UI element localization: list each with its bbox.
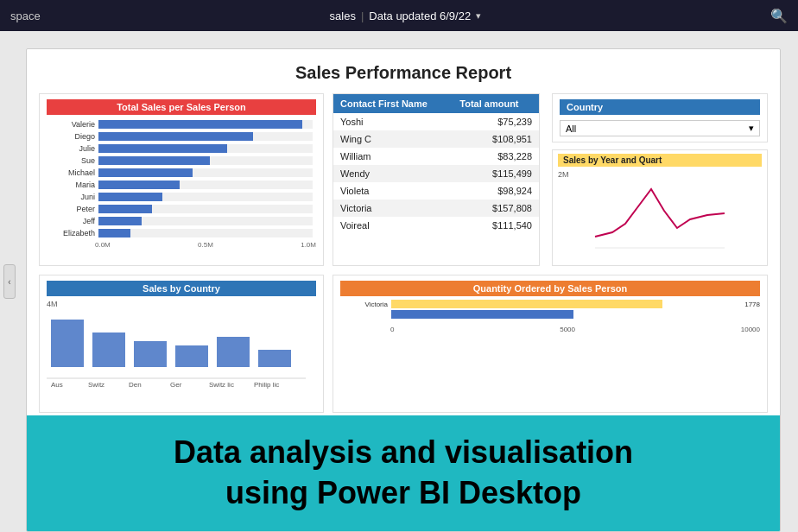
chevron-down-icon: ▾ — [749, 123, 754, 134]
bar-inner — [98, 205, 152, 213]
overlay-line1: Data analysis and visualisation — [174, 434, 633, 470]
table-col-amount: Total amount — [453, 94, 539, 113]
topbar-data-updated: Data updated 6/9/22 — [369, 10, 471, 22]
bar-outer — [98, 217, 313, 225]
report-body: Total Sales per Sales Person Valerie Die… — [39, 93, 768, 413]
contact-amount: $75,239 — [453, 113, 539, 130]
bar-row: Valerie — [50, 120, 313, 129]
qty-axis: 0 5000 10000 — [340, 326, 760, 333]
qty-label: Victoria — [340, 301, 388, 308]
svg-rect-6 — [258, 350, 291, 367]
contact-amount: $98,924 — [453, 182, 539, 200]
axis-label: 10000 — [741, 326, 760, 333]
axis-label: 1.0M — [301, 241, 316, 249]
axis-label: 0.0M — [95, 241, 111, 249]
contact-name: Violeta — [333, 182, 453, 200]
bar-inner — [98, 120, 302, 129]
search-icon[interactable]: 🔍 — [770, 8, 788, 24]
table-row: Victoria $157,808 — [333, 200, 539, 217]
sales-country-chart: Aus Switz Den Ger Switz lic Philip lic — [47, 311, 306, 389]
qty-bar-inner — [391, 300, 662, 308]
bar-label: Peter — [50, 205, 95, 213]
table-row: Wendy $115,499 — [333, 165, 539, 182]
bar-row: Juni — [50, 193, 313, 201]
country-filter: Country All ▾ — [552, 93, 768, 142]
sales-country-value: 4M — [47, 300, 316, 308]
svg-text:Den: Den — [129, 381, 142, 389]
country-dropdown[interactable]: All ▾ — [560, 120, 760, 136]
bar-label: Diego — [50, 132, 95, 141]
line-chart-title: Sales by Year and Quart — [558, 154, 762, 167]
svg-text:Philip lic: Philip lic — [254, 381, 279, 389]
bar-outer — [98, 120, 313, 129]
bar-label: Elizabeth — [50, 229, 95, 238]
bar-chart-section: Total Sales per Sales Person Valerie Die… — [39, 93, 324, 266]
table-row: Violeta $98,924 — [333, 182, 539, 200]
svg-rect-2 — [92, 332, 125, 367]
bar-label: Maria — [50, 180, 95, 189]
table-row: Voireal $111,540 — [333, 217, 539, 234]
bar-outer — [98, 168, 313, 177]
bar-chart-body: Valerie Diego Julie Sue — [47, 120, 316, 238]
axis-label: 5000 — [560, 326, 575, 333]
quantity-section: Quantity Ordered by Sales Person Victori… — [332, 275, 768, 413]
bar-outer — [98, 193, 313, 201]
contact-amount: $108,951 — [453, 130, 539, 148]
bar-row: Michael — [50, 168, 313, 177]
contact-name: Victoria — [333, 200, 453, 217]
topbar-separator: | — [361, 10, 364, 22]
contact-name: Wing C — [333, 130, 453, 148]
bar-inner — [98, 229, 130, 238]
bar-inner — [98, 180, 180, 189]
bar-row: Maria — [50, 180, 313, 189]
bar-inner — [98, 156, 210, 165]
sales-by-country-title: Sales by Country — [47, 281, 316, 296]
topbar-workspace: space — [10, 10, 41, 22]
contact-amount: $111,540 — [453, 217, 539, 234]
right-panel: Country All ▾ Sales by Year and Quart 2M — [548, 93, 768, 266]
table-header-row: Contact First Name Total amount — [333, 94, 539, 113]
bar-row: Diego — [50, 132, 313, 141]
svg-text:Aus: Aus — [51, 381, 63, 389]
bar-row: Jeff — [50, 217, 313, 225]
line-chart-ylabel: 2M — [558, 170, 762, 179]
svg-rect-4 — [175, 345, 208, 367]
line-chart-section: Sales by Year and Quart 2M — [552, 149, 768, 266]
qty-bar-inner — [391, 310, 573, 319]
bar-inner — [98, 168, 193, 177]
svg-text:Switz: Switz — [88, 381, 104, 389]
bar-row: Peter — [50, 205, 313, 213]
table-row: William $83,228 — [333, 148, 539, 165]
bar-label: Julie — [50, 144, 95, 153]
table-col-name: Contact First Name — [333, 94, 453, 113]
quantity-chart-title: Quantity Ordered by Sales Person — [340, 281, 760, 296]
main-area: ‹ Sales Performance Report Total Sales p… — [0, 31, 798, 532]
bar-outer — [98, 229, 313, 238]
bar-label: Michael — [50, 168, 95, 177]
data-table: Contact First Name Total amount Yoshi $7… — [333, 94, 539, 234]
overlay-line2: using Power BI Desktop — [225, 475, 581, 510]
bar-inner — [98, 144, 227, 153]
svg-rect-3 — [134, 341, 167, 367]
bar-chart-title: Total Sales per Sales Person — [47, 99, 316, 115]
svg-rect-5 — [217, 337, 250, 367]
qty-value: 1778 — [744, 301, 760, 308]
contact-name: Wendy — [333, 165, 453, 182]
topbar-center: sales | Data updated 6/9/22 ▾ — [330, 10, 482, 22]
bar-inner — [98, 132, 253, 141]
report-title: Sales Performance Report — [39, 63, 768, 83]
bar-row: Julie — [50, 144, 313, 153]
bar-label: Valerie — [50, 120, 95, 129]
qty-bar-outer — [391, 310, 755, 319]
left-collapse-arrow[interactable]: ‹ — [3, 264, 16, 299]
svg-rect-1 — [51, 320, 84, 367]
overlay-text: Data analysis and visualisation using Po… — [53, 433, 754, 514]
bar-outer — [98, 180, 313, 189]
chevron-down-icon[interactable]: ▾ — [476, 10, 481, 22]
country-value: All — [566, 124, 576, 134]
bar-axis: 0.0M 0.5M 1.0M — [47, 241, 316, 249]
bar-inner — [98, 193, 162, 201]
axis-label: 0 — [390, 326, 394, 333]
bar-outer — [98, 156, 313, 165]
bar-label: Sue — [50, 156, 95, 165]
